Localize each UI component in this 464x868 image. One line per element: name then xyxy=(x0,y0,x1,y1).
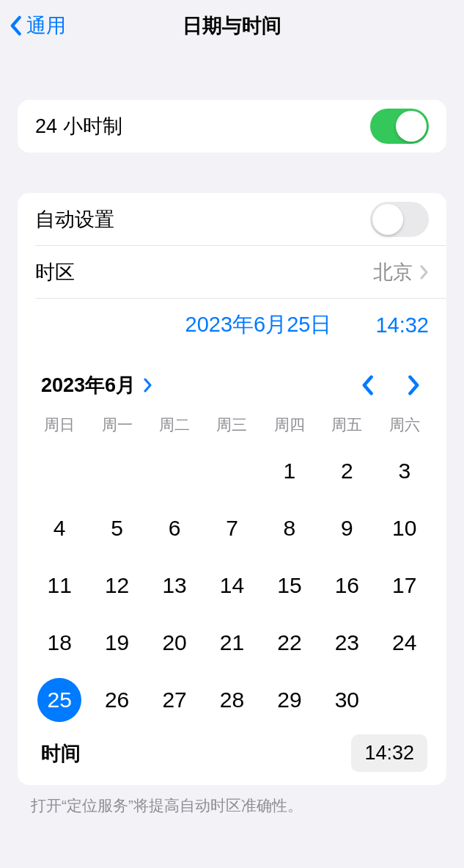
chevron-right-icon xyxy=(143,378,153,393)
weekday-label: 周三 xyxy=(203,415,260,435)
label-24h: 24 小时制 xyxy=(35,113,122,139)
toggle-knob xyxy=(396,111,427,142)
time-label: 时间 xyxy=(41,740,81,767)
calendar-day[interactable]: 2 xyxy=(318,442,375,500)
toggle-knob xyxy=(372,204,403,235)
calendar-empty xyxy=(88,442,145,500)
month-picker[interactable]: 2023年6月 xyxy=(41,372,153,398)
footer-note: 打开“定位服务”将提高自动时区准确性。 xyxy=(31,795,433,816)
calendar-day[interactable]: 13 xyxy=(146,557,203,614)
calendar-day[interactable]: 19 xyxy=(88,614,145,671)
calendar-day[interactable]: 20 xyxy=(146,614,203,671)
calendar-day[interactable]: 11 xyxy=(31,557,88,614)
label-auto-set: 自动设置 xyxy=(35,206,114,233)
calendar-day[interactable]: 6 xyxy=(146,500,203,557)
calendar-day[interactable]: 4 xyxy=(31,500,88,557)
row-auto-set: 自动设置 xyxy=(35,193,446,246)
time-picker[interactable]: 14:32 xyxy=(351,734,427,772)
calendar-day[interactable]: 17 xyxy=(376,557,433,614)
calendar-day[interactable]: 8 xyxy=(261,500,318,557)
weekday-label: 周四 xyxy=(261,415,318,435)
row-timezone[interactable]: 时区 北京 xyxy=(35,246,446,299)
label-timezone: 时区 xyxy=(35,259,75,285)
date-display[interactable]: 2023年6月25日 xyxy=(185,310,332,340)
calendar-day[interactable]: 28 xyxy=(203,671,260,729)
calendar-day[interactable]: 22 xyxy=(261,614,318,671)
calendar-day[interactable]: 5 xyxy=(88,500,145,557)
calendar-day[interactable]: 14 xyxy=(203,557,260,614)
calendar-day[interactable]: 30 xyxy=(318,671,375,729)
calendar-day[interactable]: 25 xyxy=(31,671,88,729)
weekday-label: 周五 xyxy=(318,415,375,435)
chevron-right-icon xyxy=(420,265,429,280)
calendar-day-selected[interactable]: 25 xyxy=(37,678,81,722)
weekday-label: 周日 xyxy=(31,415,88,435)
calendar-day[interactable]: 29 xyxy=(261,671,318,729)
calendar-day[interactable]: 7 xyxy=(203,500,260,557)
calendar: 2023年6月 周日周一周二周三周四周五周六 12345678910111213… xyxy=(18,351,446,785)
calendar-day[interactable]: 10 xyxy=(376,500,433,557)
next-month-button[interactable] xyxy=(407,375,421,395)
weekday-label: 周二 xyxy=(146,415,203,435)
calendar-day[interactable]: 23 xyxy=(318,614,375,671)
weekday-label: 周六 xyxy=(376,415,433,435)
calendar-day[interactable]: 3 xyxy=(376,442,433,500)
weekday-label: 周一 xyxy=(88,415,145,435)
calendar-day[interactable]: 18 xyxy=(31,614,88,671)
row-24h: 24 小时制 xyxy=(18,100,446,153)
value-timezone: 北京 xyxy=(373,259,413,285)
prev-month-button[interactable] xyxy=(360,375,375,395)
toggle-auto-set[interactable] xyxy=(370,202,429,237)
calendar-day[interactable]: 27 xyxy=(146,671,203,729)
calendar-day[interactable]: 16 xyxy=(318,557,375,614)
time-display[interactable]: 14:32 xyxy=(375,313,429,338)
calendar-day[interactable]: 9 xyxy=(318,500,375,557)
calendar-day[interactable]: 12 xyxy=(88,557,145,614)
month-label: 2023年6月 xyxy=(41,372,136,398)
calendar-day[interactable]: 24 xyxy=(376,614,433,671)
back-button[interactable]: 通用 xyxy=(0,12,66,39)
page-title: 日期与时间 xyxy=(183,12,281,39)
calendar-empty xyxy=(203,442,260,500)
calendar-empty xyxy=(31,442,88,500)
calendar-day[interactable]: 26 xyxy=(88,671,145,729)
row-current-datetime: 2023年6月25日 14:32 xyxy=(18,299,446,351)
calendar-day[interactable]: 1 xyxy=(261,442,318,500)
calendar-day[interactable]: 21 xyxy=(203,614,260,671)
toggle-24h[interactable] xyxy=(370,109,429,144)
chevron-left-icon xyxy=(9,15,22,36)
calendar-day[interactable]: 15 xyxy=(261,557,318,614)
calendar-empty xyxy=(146,442,203,500)
back-label: 通用 xyxy=(26,12,66,39)
